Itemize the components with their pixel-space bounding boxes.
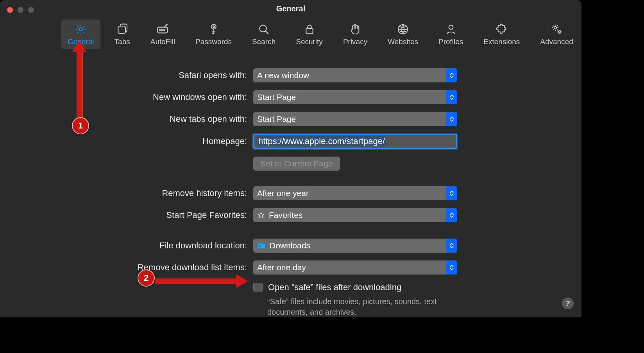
- tab-label: Profiles: [438, 37, 463, 46]
- select-start-page-favorites[interactable]: Favorites: [253, 208, 457, 222]
- select-value: A new window: [257, 71, 309, 80]
- svg-point-0: [79, 27, 83, 31]
- titlebar: General: [0, 0, 581, 16]
- select-value: After one year: [257, 189, 309, 198]
- chevrons-icon: [446, 260, 457, 275]
- tab-privacy[interactable]: Privacy: [337, 20, 374, 49]
- select-new-tabs-open-with[interactable]: Start Page: [253, 112, 457, 126]
- profile-icon: [445, 23, 457, 36]
- lock-icon: [303, 23, 316, 36]
- select-remove-history[interactable]: After one year: [253, 186, 457, 200]
- help-button[interactable]: ?: [562, 298, 574, 309]
- tab-search[interactable]: Search: [246, 20, 282, 49]
- svg-point-7: [213, 26, 214, 27]
- chevrons-icon: [446, 208, 457, 222]
- tab-extensions[interactable]: Extensions: [477, 20, 526, 49]
- tab-label: General: [68, 37, 94, 46]
- svg-point-11: [449, 25, 453, 29]
- select-value: Downloads: [270, 241, 310, 250]
- tab-label: Search: [252, 37, 275, 46]
- tab-label: AutoFill: [150, 37, 175, 46]
- gear-icon: [75, 23, 87, 36]
- tab-label: Security: [296, 37, 323, 46]
- svg-point-3: [160, 29, 161, 30]
- gears-icon: [551, 23, 563, 36]
- svg-point-6: [211, 24, 216, 29]
- chevrons-icon: [446, 239, 457, 253]
- tab-websites[interactable]: Websites: [381, 20, 424, 49]
- select-safari-opens-with[interactable]: A new window: [253, 68, 457, 82]
- hand-icon: [349, 23, 361, 36]
- key-icon: [208, 23, 220, 36]
- svg-point-4: [162, 29, 163, 30]
- chevrons-icon: [446, 112, 457, 126]
- button-label: Set to Current Page: [260, 159, 333, 168]
- tab-profiles[interactable]: Profiles: [432, 20, 469, 49]
- preferences-toolbar: General Tabs AutoFill: [0, 16, 581, 53]
- folder-icon: [257, 242, 266, 249]
- tab-label: Websites: [388, 37, 418, 46]
- label-new-tabs-open-with: New tabs open with:: [0, 114, 253, 124]
- label-remove-downloads: Remove download list items:: [0, 262, 253, 273]
- label-homepage: Homepage:: [0, 136, 253, 146]
- tab-label: Extensions: [483, 37, 520, 46]
- label-download-location: File download location:: [0, 241, 253, 251]
- general-settings-panel: Safari opens with: A new window New wind…: [0, 53, 581, 317]
- label-new-windows-open-with: New windows open with:: [0, 92, 253, 102]
- open-safe-hint: “Safe” files include movies, pictures, s…: [267, 296, 439, 317]
- chevrons-icon: [446, 68, 457, 82]
- select-download-location[interactable]: Downloads: [253, 239, 457, 253]
- tab-label: Tabs: [114, 37, 130, 46]
- preferences-window: General General Tabs: [0, 0, 581, 317]
- select-value: Favorites: [269, 210, 302, 220]
- svg-point-5: [164, 29, 165, 30]
- select-value: Start Page: [257, 114, 296, 124]
- tab-passwords[interactable]: Passwords: [189, 20, 238, 49]
- tab-label: Advanced: [540, 37, 573, 46]
- checkbox-label: Open “safe” files after downloading: [268, 282, 401, 292]
- select-remove-downloads[interactable]: After one day: [253, 260, 457, 275]
- svg-rect-1: [118, 26, 125, 34]
- window-title: General: [0, 4, 581, 13]
- tab-tabs[interactable]: Tabs: [108, 20, 136, 49]
- button-set-to-current-page[interactable]: Set to Current Page: [253, 157, 340, 171]
- tab-autofill[interactable]: AutoFill: [144, 20, 181, 49]
- label-remove-history: Remove history items:: [0, 188, 253, 198]
- search-icon: [258, 23, 270, 36]
- select-new-windows-open-with[interactable]: Start Page: [253, 90, 457, 104]
- tab-advanced[interactable]: Advanced: [534, 20, 580, 49]
- tab-label: Passwords: [195, 37, 232, 46]
- tab-general[interactable]: General: [61, 20, 100, 49]
- tab-security[interactable]: Security: [290, 20, 329, 49]
- puzzle-icon: [496, 23, 508, 36]
- label-start-page-favorites: Start Page Favorites:: [0, 210, 253, 220]
- label-safari-opens-with: Safari opens with:: [0, 70, 253, 80]
- select-value: Start Page: [257, 93, 296, 102]
- checkbox-open-safe-files[interactable]: [253, 283, 263, 292]
- chevrons-icon: [446, 90, 457, 104]
- svg-point-12: [554, 26, 556, 29]
- tab-label: Privacy: [343, 37, 367, 46]
- autofill-icon: [156, 23, 169, 36]
- globe-icon: [397, 23, 409, 36]
- star-icon: [257, 211, 265, 219]
- input-homepage[interactable]: https://www.apple.com/startpage/: [253, 134, 457, 149]
- select-value: After one day: [257, 263, 306, 272]
- chevrons-icon: [446, 186, 457, 200]
- tabs-icon: [116, 23, 129, 36]
- input-value: https://www.apple.com/startpage/: [258, 136, 386, 146]
- svg-rect-9: [306, 29, 313, 34]
- svg-point-13: [558, 31, 560, 33]
